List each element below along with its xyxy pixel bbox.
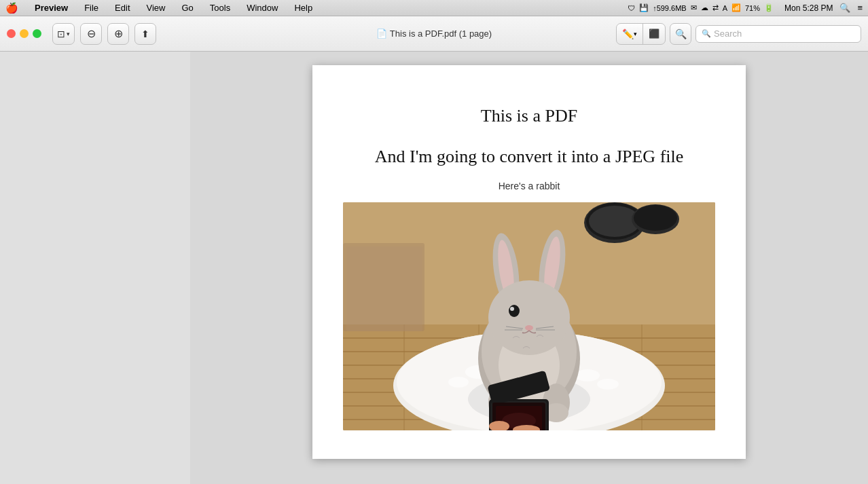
search-menubar-icon[interactable]: 🔍: [839, 3, 850, 13]
content-area[interactable]: This is a PDF And I'm going to convert i…: [190, 52, 868, 484]
svg-rect-55: [346, 246, 422, 331]
sync-icon: ⇄: [712, 3, 719, 12]
pdf-subtitle: And I'm going to convert it into a JPEG …: [375, 147, 684, 167]
search-glass-icon: 🔍: [702, 29, 711, 38]
pdf-page: This is a PDF And I'm going to convert i…: [312, 65, 746, 459]
svg-point-36: [510, 307, 514, 311]
search-field[interactable]: 🔍 Search: [695, 25, 861, 43]
svg-point-34: [488, 280, 570, 355]
upload-status: ↑599.6MB: [653, 4, 687, 12]
menubar-view[interactable]: View: [144, 2, 168, 14]
toolbar-right: ✏️ ▾ ⬛ 🔍 🔍 Search: [616, 23, 861, 45]
menubar-help[interactable]: Help: [291, 2, 315, 14]
svg-point-25: [634, 205, 677, 231]
close-button[interactable]: [7, 29, 16, 38]
zoom-out-icon: ⊖: [87, 27, 96, 40]
menubar-right: 🛡 💾 ↑599.6MB ✉ ☁ ⇄ A 📶 71% 🔋 Mon 5:28 PM…: [628, 3, 863, 13]
window-controls: [7, 29, 41, 38]
main-area: This is a PDF And I'm going to convert i…: [0, 52, 868, 484]
font-icon: A: [723, 4, 727, 12]
rabbit-image: [343, 202, 715, 430]
svg-point-19: [448, 377, 469, 388]
menubar: 🍎 Preview File Edit View Go Tools Window…: [0, 0, 868, 16]
mail-icon: ✉: [691, 3, 697, 12]
svg-point-18: [575, 369, 600, 381]
sidebar-dropdown-arrow: ▾: [67, 31, 70, 37]
window-title: This is a PDF.pdf (1 page): [390, 29, 492, 39]
window-title-area: 📄 This is a PDF.pdf (1 page): [376, 29, 492, 39]
menubar-file[interactable]: File: [82, 2, 101, 14]
apple-menu[interactable]: 🍎: [5, 2, 18, 14]
magnifier-icon: 🔍: [675, 29, 687, 39]
svg-point-37: [525, 325, 533, 331]
menubar-edit[interactable]: Edit: [112, 2, 132, 14]
pen-dropdown-icon: ▾: [634, 31, 637, 37]
share-button[interactable]: ⬆: [134, 23, 156, 45]
annotation-toolbar-group: ✏️ ▾ ⬛: [616, 23, 666, 45]
doc-icon: 📄: [376, 29, 387, 39]
storage-icon: 💾: [639, 3, 649, 12]
battery-icon: 🔋: [764, 3, 774, 12]
menubar-status-icons: 🛡 💾 ↑599.6MB ✉ ☁ ⇄ A 📶 71% 🔋: [628, 3, 774, 12]
wifi-icon: 📶: [731, 3, 741, 12]
zoom-in-icon: ⊕: [114, 27, 123, 40]
svg-point-35: [509, 305, 520, 317]
sidebar: [0, 52, 190, 484]
cloud-icon: ☁: [701, 3, 708, 12]
vpn-icon: 🛡: [628, 4, 635, 12]
battery-label: 71%: [745, 4, 760, 12]
list-icon[interactable]: ≡: [857, 3, 863, 13]
pdf-title: This is a PDF: [481, 106, 577, 126]
pen-tool-button[interactable]: ✏️ ▾: [617, 24, 643, 44]
zoom-in-button[interactable]: ⊕: [107, 23, 129, 45]
highlight-icon: ⬛: [649, 29, 659, 39]
minimize-button[interactable]: [20, 29, 29, 38]
pdf-caption: Here's a rabbit: [499, 181, 560, 191]
sidebar-icon: ⊡: [57, 29, 65, 39]
zoom-out-button[interactable]: ⊖: [80, 23, 102, 45]
share-icon: ⬆: [141, 29, 149, 39]
maximize-button[interactable]: [33, 29, 41, 38]
menubar-tools[interactable]: Tools: [207, 2, 233, 14]
search-placeholder: Search: [714, 29, 742, 39]
text-highlight-button[interactable]: ⬛: [643, 24, 665, 44]
menubar-window[interactable]: Window: [244, 2, 281, 14]
clock: Mon 5:28 PM: [784, 3, 833, 13]
sidebar-toggle-button[interactable]: ⊡ ▾: [52, 23, 75, 45]
menubar-preview[interactable]: Preview: [32, 2, 71, 14]
svg-point-20: [597, 379, 619, 390]
toolbar: ⊡ ▾ ⊖ ⊕ ⬆ 📄 This is a PDF.pdf (1 page) ✏…: [0, 16, 868, 52]
pen-icon: ✏️: [622, 29, 634, 39]
menubar-go[interactable]: Go: [179, 2, 196, 14]
find-button[interactable]: 🔍: [670, 23, 691, 45]
